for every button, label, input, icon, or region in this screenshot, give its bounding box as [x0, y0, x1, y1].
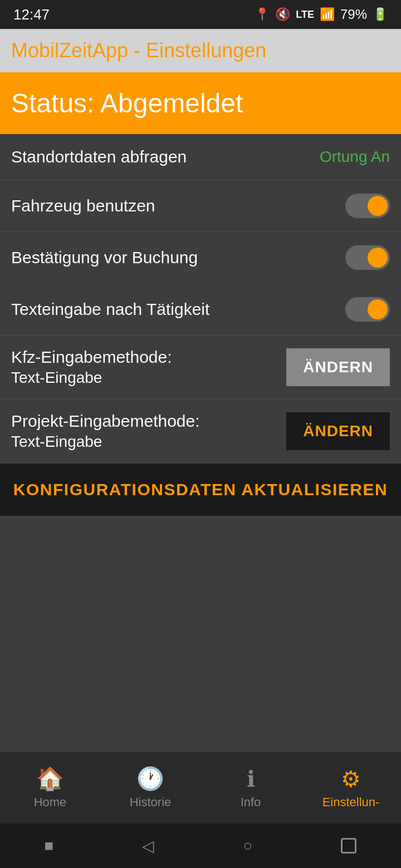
app-header: MobilZeitApp - Einstellungen	[0, 29, 401, 72]
battery-text: 79%	[340, 7, 367, 22]
location-label: Standortdaten abfragen	[11, 147, 187, 166]
nav-label-historie: Historie	[130, 795, 172, 810]
textinput-toggle-track	[345, 297, 390, 322]
settings-content: Standortdaten abfragen Ortung An Fahrzeu…	[0, 134, 401, 463]
vehicle-label: Fahrzeug benutzen	[11, 196, 155, 215]
textinput-toggle[interactable]	[345, 297, 390, 322]
android-back-btn[interactable]: ◁	[142, 837, 154, 855]
nav-item-info[interactable]: ℹ Info	[200, 766, 301, 810]
status-time: 12:47	[13, 6, 50, 23]
nav-item-einstellungen[interactable]: ⚙ Einstellun-	[301, 766, 401, 810]
projekt-method-label: Projekt-Eingabemethode:	[11, 412, 200, 431]
kfz-row: Kfz-Eingabemethode: Text-Eingabe ÄNDERN	[0, 336, 401, 400]
status-banner: Status: Abgemeldet	[0, 72, 401, 134]
textinput-label: Texteingabe nach Tätigkeit	[11, 300, 209, 319]
projekt-label-block: Projekt-Eingabemethode: Text-Eingabe	[11, 412, 200, 451]
mute-icon: 🔇	[275, 7, 290, 22]
confirm-toggle[interactable]	[345, 245, 390, 270]
confirm-label: Bestätigung vor Buchung	[11, 248, 198, 267]
confirm-toggle-thumb	[368, 248, 388, 268]
status-text: Status: Abgemeldet	[11, 88, 243, 118]
battery-icon: 🔋	[373, 7, 388, 22]
einstellungen-icon: ⚙	[341, 766, 361, 792]
location-icon: 📍	[255, 7, 270, 22]
info-icon: ℹ	[247, 766, 255, 792]
location-value: Ortung An	[320, 148, 390, 166]
confirm-toggle-track	[345, 245, 390, 270]
vehicle-toggle-track	[345, 194, 390, 218]
android-recents-btn[interactable]	[341, 838, 356, 854]
home-icon: 🏠	[36, 766, 64, 792]
status-bar: 12:47 📍 🔇 LTE 📶 79% 🔋	[0, 0, 401, 29]
confirm-row: Bestätigung vor Buchung	[0, 232, 401, 284]
nav-label-home: Home	[34, 795, 67, 810]
kfz-aendern-button[interactable]: ÄNDERN	[286, 348, 390, 386]
config-button[interactable]: KONFIGURATIONSDATEN AKTUALISIEREN	[0, 463, 401, 516]
projekt-method-value: Text-Eingabe	[11, 433, 200, 451]
projekt-aendern-button[interactable]: ÄNDERN	[286, 412, 390, 450]
android-square-btn[interactable]: ■	[45, 837, 54, 855]
app-title: MobilZeitApp - Einstellungen	[11, 39, 266, 62]
config-button-row: KONFIGURATIONSDATEN AKTUALISIEREN	[0, 463, 401, 516]
nav-label-info: Info	[241, 795, 261, 810]
nav-item-home[interactable]: 🏠 Home	[0, 766, 100, 810]
kfz-label-block: Kfz-Eingabemethode: Text-Eingabe	[11, 348, 172, 387]
vehicle-row: Fahrzeug benutzen	[0, 180, 401, 232]
kfz-method-label: Kfz-Eingabemethode:	[11, 348, 172, 367]
android-nav: ■ ◁ ○	[0, 823, 401, 868]
empty-space	[0, 516, 401, 751]
bottom-nav: 🏠 Home 🕐 Historie ℹ Info ⚙ Einstellun-	[0, 751, 401, 823]
nav-label-einstellungen: Einstellun-	[322, 795, 380, 810]
textinput-toggle-thumb	[368, 299, 388, 319]
location-row: Standortdaten abfragen Ortung An	[0, 134, 401, 180]
signal-icon: 📶	[320, 7, 335, 22]
lte-icon: LTE	[296, 9, 314, 21]
kfz-method-value: Text-Eingabe	[11, 369, 172, 387]
nav-item-historie[interactable]: 🕐 Historie	[100, 766, 200, 810]
projekt-row: Projekt-Eingabemethode: Text-Eingabe ÄND…	[0, 400, 401, 463]
status-icons: 📍 🔇 LTE 📶 79% 🔋	[255, 7, 388, 22]
vehicle-toggle-thumb	[368, 196, 388, 216]
textinput-row: Texteingabe nach Tätigkeit	[0, 284, 401, 336]
historie-icon: 🕐	[136, 766, 164, 792]
android-home-btn[interactable]: ○	[243, 837, 253, 855]
vehicle-toggle[interactable]	[345, 194, 390, 218]
